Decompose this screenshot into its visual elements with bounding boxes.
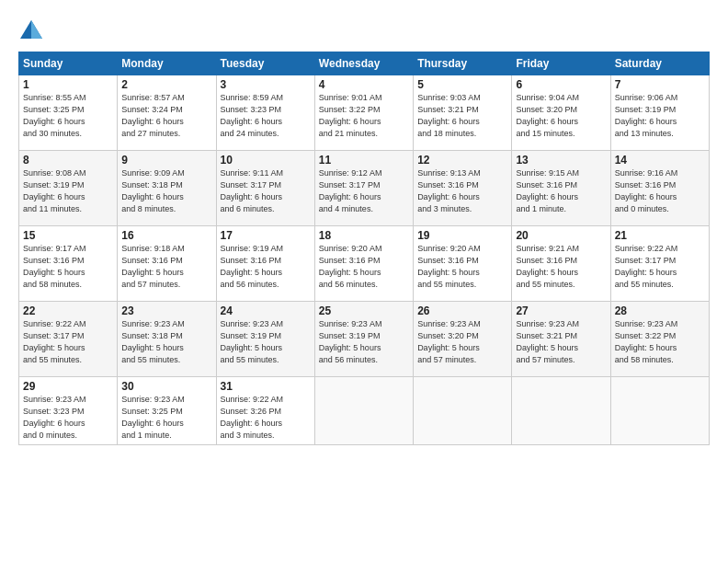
day-info: Sunrise: 9:17 AM Sunset: 3:16 PM Dayligh… <box>23 243 113 291</box>
day-info: Sunrise: 9:22 AM Sunset: 3:26 PM Dayligh… <box>221 394 311 442</box>
calendar-cell: 24Sunrise: 9:23 AM Sunset: 3:19 PM Dayli… <box>216 302 314 377</box>
day-number: 15 <box>23 229 113 242</box>
calendar-cell: 23Sunrise: 9:23 AM Sunset: 3:18 PM Dayli… <box>118 302 216 377</box>
day-info: Sunrise: 9:23 AM Sunset: 3:18 PM Dayligh… <box>121 318 211 366</box>
weekday-header-friday: Friday <box>512 52 610 75</box>
day-number: 23 <box>121 304 211 317</box>
day-number: 18 <box>319 229 409 242</box>
day-number: 19 <box>417 229 507 242</box>
day-number: 1 <box>23 78 113 91</box>
weekday-header-sunday: Sunday <box>19 52 118 75</box>
day-info: Sunrise: 9:19 AM Sunset: 3:16 PM Dayligh… <box>221 243 311 291</box>
logo <box>18 17 48 42</box>
day-info: Sunrise: 9:03 AM Sunset: 3:21 PM Dayligh… <box>417 92 507 140</box>
day-info: Sunrise: 9:18 AM Sunset: 3:16 PM Dayligh… <box>121 243 211 291</box>
calendar-week-row: 22Sunrise: 9:22 AM Sunset: 3:17 PM Dayli… <box>19 302 710 377</box>
calendar-week-row: 29Sunrise: 9:23 AM Sunset: 3:23 PM Dayli… <box>19 377 710 445</box>
day-info: Sunrise: 9:13 AM Sunset: 3:16 PM Dayligh… <box>417 167 507 215</box>
day-number: 31 <box>221 380 311 393</box>
day-info: Sunrise: 8:59 AM Sunset: 3:23 PM Dayligh… <box>221 92 311 140</box>
calendar-cell: 7Sunrise: 9:06 AM Sunset: 3:19 PM Daylig… <box>610 75 709 151</box>
day-info: Sunrise: 9:23 AM Sunset: 3:20 PM Dayligh… <box>417 318 507 366</box>
day-number: 27 <box>516 304 606 317</box>
calendar-cell <box>314 377 413 445</box>
calendar-cell: 13Sunrise: 9:15 AM Sunset: 3:16 PM Dayli… <box>512 151 610 226</box>
calendar-cell: 12Sunrise: 9:13 AM Sunset: 3:16 PM Dayli… <box>414 151 512 226</box>
calendar-cell: 2Sunrise: 8:57 AM Sunset: 3:24 PM Daylig… <box>118 75 216 151</box>
calendar-cell <box>414 377 512 445</box>
calendar-cell: 3Sunrise: 8:59 AM Sunset: 3:23 PM Daylig… <box>216 75 314 151</box>
calendar-cell: 27Sunrise: 9:23 AM Sunset: 3:21 PM Dayli… <box>512 302 610 377</box>
calendar-cell: 30Sunrise: 9:23 AM Sunset: 3:25 PM Dayli… <box>118 377 216 445</box>
calendar-cell: 18Sunrise: 9:20 AM Sunset: 3:16 PM Dayli… <box>314 226 413 302</box>
day-info: Sunrise: 9:08 AM Sunset: 3:19 PM Dayligh… <box>23 167 113 215</box>
day-number: 24 <box>221 304 311 317</box>
day-number: 20 <box>516 229 606 242</box>
calendar-cell: 14Sunrise: 9:16 AM Sunset: 3:16 PM Dayli… <box>610 151 709 226</box>
day-info: Sunrise: 9:06 AM Sunset: 3:19 PM Dayligh… <box>615 92 705 140</box>
calendar-cell: 17Sunrise: 9:19 AM Sunset: 3:16 PM Dayli… <box>216 226 314 302</box>
day-info: Sunrise: 9:11 AM Sunset: 3:17 PM Dayligh… <box>221 167 311 215</box>
day-number: 4 <box>319 78 409 91</box>
svg-marker-1 <box>31 20 42 39</box>
calendar-cell: 10Sunrise: 9:11 AM Sunset: 3:17 PM Dayli… <box>216 151 314 226</box>
calendar-cell: 26Sunrise: 9:23 AM Sunset: 3:20 PM Dayli… <box>414 302 512 377</box>
calendar-cell: 4Sunrise: 9:01 AM Sunset: 3:22 PM Daylig… <box>314 75 413 151</box>
day-info: Sunrise: 9:23 AM Sunset: 3:25 PM Dayligh… <box>121 394 211 442</box>
calendar-cell: 19Sunrise: 9:20 AM Sunset: 3:16 PM Dayli… <box>414 226 512 302</box>
day-number: 11 <box>319 154 409 167</box>
day-number: 25 <box>319 304 409 317</box>
weekday-header-monday: Monday <box>118 52 216 75</box>
day-number: 9 <box>121 154 211 167</box>
page: SundayMondayTuesdayWednesdayThursdayFrid… <box>0 0 728 563</box>
calendar-table: SundayMondayTuesdayWednesdayThursdayFrid… <box>18 52 710 445</box>
calendar-cell: 15Sunrise: 9:17 AM Sunset: 3:16 PM Dayli… <box>19 226 118 302</box>
day-number: 17 <box>221 229 311 242</box>
day-info: Sunrise: 9:20 AM Sunset: 3:16 PM Dayligh… <box>319 243 409 291</box>
day-info: Sunrise: 9:23 AM Sunset: 3:19 PM Dayligh… <box>319 318 409 366</box>
day-info: Sunrise: 9:23 AM Sunset: 3:22 PM Dayligh… <box>615 318 705 366</box>
calendar-week-row: 1Sunrise: 8:55 AM Sunset: 3:25 PM Daylig… <box>19 75 710 151</box>
calendar-cell: 11Sunrise: 9:12 AM Sunset: 3:17 PM Dayli… <box>314 151 413 226</box>
calendar-week-row: 8Sunrise: 9:08 AM Sunset: 3:19 PM Daylig… <box>19 151 710 226</box>
day-info: Sunrise: 9:12 AM Sunset: 3:17 PM Dayligh… <box>319 167 409 215</box>
day-info: Sunrise: 9:15 AM Sunset: 3:16 PM Dayligh… <box>516 167 606 215</box>
calendar-cell: 21Sunrise: 9:22 AM Sunset: 3:17 PM Dayli… <box>610 226 709 302</box>
day-number: 30 <box>121 380 211 393</box>
day-number: 14 <box>615 154 705 167</box>
calendar-cell <box>512 377 610 445</box>
day-info: Sunrise: 9:09 AM Sunset: 3:18 PM Dayligh… <box>121 167 211 215</box>
day-info: Sunrise: 9:23 AM Sunset: 3:23 PM Dayligh… <box>23 394 113 442</box>
day-number: 3 <box>221 78 311 91</box>
day-number: 10 <box>221 154 311 167</box>
day-info: Sunrise: 9:16 AM Sunset: 3:16 PM Dayligh… <box>615 167 705 215</box>
calendar-cell: 29Sunrise: 9:23 AM Sunset: 3:23 PM Dayli… <box>19 377 118 445</box>
day-number: 2 <box>121 78 211 91</box>
day-number: 5 <box>417 78 507 91</box>
day-info: Sunrise: 9:20 AM Sunset: 3:16 PM Dayligh… <box>417 243 507 291</box>
day-number: 8 <box>23 154 113 167</box>
weekday-header-thursday: Thursday <box>414 52 512 75</box>
weekday-header-tuesday: Tuesday <box>216 52 314 75</box>
day-info: Sunrise: 9:23 AM Sunset: 3:21 PM Dayligh… <box>516 318 606 366</box>
calendar-cell: 5Sunrise: 9:03 AM Sunset: 3:21 PM Daylig… <box>414 75 512 151</box>
calendar-cell: 20Sunrise: 9:21 AM Sunset: 3:16 PM Dayli… <box>512 226 610 302</box>
calendar-cell: 6Sunrise: 9:04 AM Sunset: 3:20 PM Daylig… <box>512 75 610 151</box>
weekday-header-row: SundayMondayTuesdayWednesdayThursdayFrid… <box>19 52 710 75</box>
weekday-header-wednesday: Wednesday <box>314 52 413 75</box>
calendar-cell: 16Sunrise: 9:18 AM Sunset: 3:16 PM Dayli… <box>118 226 216 302</box>
day-number: 13 <box>516 154 606 167</box>
calendar-cell <box>610 377 709 445</box>
day-info: Sunrise: 8:57 AM Sunset: 3:24 PM Dayligh… <box>121 92 211 140</box>
day-number: 12 <box>417 154 507 167</box>
day-info: Sunrise: 9:01 AM Sunset: 3:22 PM Dayligh… <box>319 92 409 140</box>
day-number: 16 <box>121 229 211 242</box>
day-number: 21 <box>615 229 705 242</box>
day-number: 22 <box>23 304 113 317</box>
logo-icon <box>18 17 44 42</box>
day-info: Sunrise: 8:55 AM Sunset: 3:25 PM Dayligh… <box>23 92 113 140</box>
day-info: Sunrise: 9:22 AM Sunset: 3:17 PM Dayligh… <box>615 243 705 291</box>
weekday-header-saturday: Saturday <box>610 52 709 75</box>
calendar-cell: 25Sunrise: 9:23 AM Sunset: 3:19 PM Dayli… <box>314 302 413 377</box>
calendar-cell: 9Sunrise: 9:09 AM Sunset: 3:18 PM Daylig… <box>118 151 216 226</box>
